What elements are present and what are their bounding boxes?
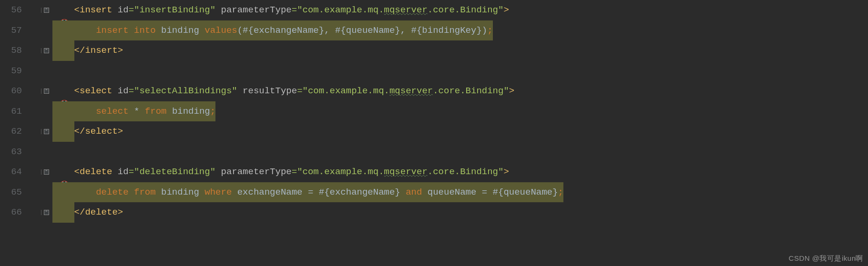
watermark: CSDN @我可是ikun啊: [789, 254, 863, 263]
typo-warning: mqserver: [384, 5, 428, 15]
xml-attr: id: [118, 167, 129, 177]
line-number: 57: [0, 25, 24, 36]
line-number: 64: [0, 167, 24, 177]
code-content[interactable]: <insert id="insertBinding" parameterType…: [52, 0, 868, 20]
typo-warning: mqserver: [389, 86, 433, 96]
code-content[interactable]: select * from binding;: [52, 101, 868, 122]
line-number: 62: [0, 126, 24, 137]
code-editor[interactable]: 56 <insert id="insertBinding" parameterT…: [0, 0, 868, 223]
sql-highlight: [52, 40, 74, 61]
fold-handle-icon[interactable]: [44, 210, 49, 215]
line-number: 58: [0, 45, 24, 56]
code-line[interactable]: 61 select * from binding;: [0, 101, 868, 122]
xml-value: "deleteBinding": [134, 167, 215, 177]
line-number: 65: [0, 187, 24, 197]
code-line[interactable]: 63: [0, 142, 868, 162]
xml-value: "insertBinding": [134, 5, 215, 15]
line-number: 63: [0, 147, 24, 157]
line-number: 56: [0, 5, 24, 15]
xml-tag: <insert: [74, 5, 118, 15]
code-line[interactable]: 66 </delete>: [0, 202, 868, 223]
fold-handle-icon[interactable]: [44, 129, 49, 134]
code-line[interactable]: 58 </insert>: [0, 40, 868, 61]
code-content[interactable]: delete from binding where exchangeName =…: [52, 182, 868, 203]
xml-attr: id: [118, 5, 129, 15]
code-line[interactable]: 65 delete from binding where exchangeNam…: [0, 182, 868, 203]
sql-highlight: select * from binding;: [52, 101, 215, 122]
code-content[interactable]: <delete id="deleteBinding" parameterType…: [52, 162, 868, 182]
mybatis-bird-icon[interactable]: [27, 87, 37, 95]
sql-highlight: delete from binding where exchangeName =…: [52, 182, 563, 203]
line-number: 66: [0, 207, 24, 217]
xml-attr: id: [118, 86, 129, 96]
fold-handle-icon[interactable]: [44, 169, 49, 175]
xml-tag: <select: [74, 86, 118, 96]
xml-attr: parameterType: [221, 167, 291, 177]
fold-handle-icon[interactable]: [44, 89, 49, 94]
code-content[interactable]: <select id="selectAllBindings" resultTyp…: [52, 81, 868, 101]
xml-value: "selectAllBindings": [134, 86, 237, 96]
sql-highlight: insert into binding values(#{exchangeNam…: [52, 20, 493, 41]
code-line[interactable]: 57 insert into binding values(#{exchange…: [0, 20, 868, 41]
code-content[interactable]: </delete>: [52, 202, 868, 223]
code-content[interactable]: insert into binding values(#{exchangeNam…: [52, 20, 868, 41]
sql-highlight: [52, 121, 74, 142]
code-content[interactable]: [52, 61, 868, 81]
code-line[interactable]: 60 <select id="selectAllBindings" result…: [0, 81, 868, 101]
code-line[interactable]: 59: [0, 61, 868, 81]
xml-attr: resultType: [243, 86, 297, 96]
typo-warning: mqserver: [384, 167, 428, 177]
code-line[interactable]: 56 <insert id="insertBinding" parameterT…: [0, 0, 868, 20]
code-line[interactable]: 62 </select>: [0, 121, 868, 142]
code-content[interactable]: </select>: [52, 121, 868, 142]
code-line[interactable]: 64 <delete id="deleteBinding" parameterT…: [0, 162, 868, 182]
fold-handle-icon[interactable]: [44, 48, 49, 53]
code-content[interactable]: </insert>: [52, 40, 868, 61]
line-number: 59: [0, 66, 24, 76]
code-content[interactable]: [52, 142, 868, 162]
xml-tag: </select>: [74, 126, 123, 137]
line-number: 60: [0, 86, 24, 96]
mybatis-bird-icon[interactable]: [27, 168, 37, 176]
xml-attr: parameterType: [221, 5, 291, 15]
line-number: 61: [0, 106, 24, 117]
xml-tag: </insert>: [74, 45, 123, 56]
sql-highlight: [52, 202, 74, 223]
xml-tag: <delete: [74, 167, 118, 177]
mybatis-bird-icon[interactable]: [27, 6, 37, 14]
fold-handle-icon[interactable]: [44, 8, 49, 13]
xml-tag: </delete>: [74, 207, 123, 217]
